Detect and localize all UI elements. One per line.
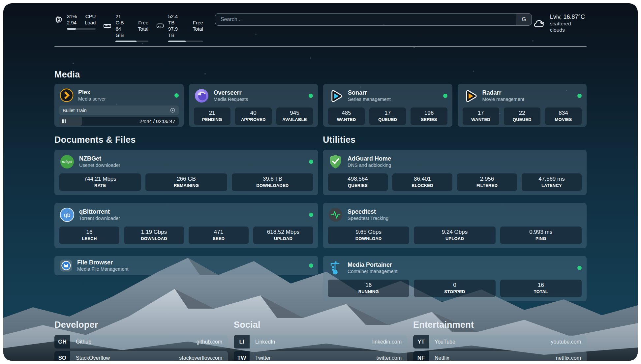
weather-condition: scattered clouds (550, 20, 587, 33)
stat-tile: 9.24 GbpsUPLOAD (414, 227, 495, 244)
app-description: Speedtest Tracking (348, 215, 388, 222)
status-dot (309, 213, 313, 217)
cpu-progress-bar (67, 28, 96, 30)
app-description: Container management (348, 268, 398, 275)
memory-label-2: Total (138, 26, 148, 32)
bookmarks-social: Social LI LinkedIn linkedin.com TW Twitt… (234, 320, 407, 361)
stat-tile: 47.569 msLATENCY (522, 173, 582, 191)
bookmark-stackoverflow[interactable]: SO StackOverflow stackoverflow.com (54, 351, 228, 361)
app-card-radarr[interactable]: Radarr Movie management 17WANTED 22QUEUE… (458, 84, 587, 127)
stat-tile: 2,956FILTERED (457, 173, 517, 191)
section-title-documents: Documents & Files (54, 135, 318, 145)
stat-tile: 16LEECH (59, 227, 119, 244)
adguard-icon (328, 154, 343, 169)
now-playing-indicator-icon[interactable] (170, 107, 175, 113)
app-card-speedtest[interactable]: Speedtest Speedtest Tracking 9.65 GbpsDO… (323, 203, 587, 248)
app-name: Sonarr (348, 89, 391, 96)
app-card-adguard[interactable]: AdGuard Home DNS and adblocking 498,564Q… (323, 150, 587, 195)
app-name: Radarr (482, 89, 524, 96)
dashboard-window: 31% 2.94 CPU Load (3, 3, 638, 361)
app-card-overseerr[interactable]: Overseerr Media Requests 21PENDING 40APP… (189, 84, 318, 127)
media-card-grid: Plex Media server Bullet Train 24:44 / 0… (54, 84, 587, 127)
stat-tile: 16TOTAL (500, 280, 582, 297)
bookmark-url: twitter.com (377, 355, 402, 361)
stat-tile: 485WANTED (328, 107, 365, 125)
playback-progress-bar: 24:44 / 02:06:47 (59, 117, 179, 126)
app-card-nzbget[interactable]: nzbget NZBGet Usenet downloader 744.21 M… (54, 150, 318, 195)
app-card-qbittorrent[interactable]: qb qBittorrent Torrent downloader 16LEEC… (54, 203, 318, 248)
pause-icon[interactable] (62, 119, 66, 123)
stat-tile: 17WANTED (463, 107, 499, 125)
bookmark-name: StackOverflow (76, 355, 110, 361)
app-card-sonarr[interactable]: Sonarr Series management 485WANTED 17QUE… (323, 84, 452, 127)
disk-widget: 52.4 TB 97.9 TB Free Total (156, 13, 203, 42)
search-engine-button[interactable]: G (516, 14, 532, 25)
app-name: NZBGet (79, 155, 120, 162)
app-name: Overseerr (214, 89, 248, 96)
search-bar: G (215, 13, 532, 26)
bookmark-url: stackoverflow.com (179, 355, 222, 361)
disk-free-value: 52.4 TB (168, 13, 185, 26)
app-name: qBittorrent (79, 208, 120, 215)
bookmark-twitter[interactable]: TW Twitter twitter.com (234, 351, 407, 361)
bookmarks-entertainment: Entertainment YT YouTube youtube.com NF … (413, 320, 587, 361)
plex-icon (59, 88, 74, 103)
app-name: AdGuard Home (348, 155, 391, 162)
bookmark-name: YouTube (435, 339, 455, 345)
stat-tile: 471SEED (189, 227, 249, 244)
bookmark-url: netflix.com (556, 355, 581, 361)
disk-label-2: Total (193, 26, 203, 32)
top-bar: 31% 2.94 CPU Load (54, 13, 587, 42)
bookmark-abbr: GH (54, 335, 70, 349)
stat-tile: 0STOPPED (414, 280, 495, 297)
bookmark-linkedin[interactable]: LI LinkedIn linkedin.com (234, 335, 407, 349)
speedtest-icon (328, 207, 343, 223)
stat-tile: 21PENDING (194, 107, 230, 125)
status-dot (443, 94, 447, 98)
stat-tile: 834MOVIES (545, 107, 582, 125)
bookmark-netflix[interactable]: NF Netflix netflix.com (413, 351, 587, 361)
search-input[interactable] (215, 14, 516, 25)
stat-tile: 86,401BLOCKED (392, 173, 452, 191)
app-card-filebrowser[interactable]: File Browser Media File Management (54, 256, 318, 275)
stat-tile: 0.993 msPING (500, 227, 582, 244)
bookmark-name: Github (76, 339, 91, 345)
bookmark-youtube[interactable]: YT YouTube youtube.com (413, 335, 587, 349)
cpu-percent: 31% (67, 13, 77, 19)
app-card-portainer[interactable]: Media Portainer Container management 16R… (323, 256, 587, 301)
stat-tile: 196SERIES (411, 107, 447, 125)
memory-label-1: Free (138, 19, 148, 26)
status-dot (309, 263, 313, 268)
filebrowser-icon (59, 259, 73, 272)
now-playing-title: Bullet Train (63, 108, 87, 113)
bookmarks-grid: Developer GH Github github.com SO StackO… (54, 320, 587, 361)
stat-tile: 498,564QUERIES (328, 173, 388, 191)
memory-total-value: 64 GiB (115, 26, 130, 38)
stat-tile: 16RUNNING (328, 280, 409, 297)
app-name: Speedtest (348, 208, 388, 215)
svg-text:qb: qb (64, 212, 71, 218)
utilities-column: Utilities AdGuard Home DNS and adblockin… (323, 135, 587, 301)
cpu-label-1: CPU (85, 13, 96, 19)
bookmark-url: linkedin.com (372, 339, 402, 345)
cpu-icon (54, 15, 63, 24)
bookmark-github[interactable]: GH Github github.com (54, 335, 228, 349)
app-name: Plex (78, 89, 106, 96)
portainer-icon (328, 260, 343, 276)
qbittorrent-icon: qb (59, 207, 75, 223)
bookmark-url: github.com (197, 339, 222, 345)
app-card-plex[interactable]: Plex Media server Bullet Train 24:44 / 0… (54, 84, 184, 127)
memory-icon (103, 21, 112, 30)
section-title-media: Media (54, 70, 587, 80)
radarr-icon (463, 88, 478, 104)
stat-tile: 17QUEUED (369, 107, 406, 125)
overseerr-icon (194, 88, 209, 104)
weather-location-temp: Lviv, 16.87°C (550, 13, 587, 20)
bookmarks-developer: Developer GH Github github.com SO StackO… (54, 320, 228, 361)
stat-tile: 1.19 GbpsDOWNLOAD (124, 227, 184, 244)
disk-total-value: 97.9 TB (168, 26, 185, 38)
app-description: Usenet downloader (79, 162, 120, 168)
memory-progress-bar (115, 41, 148, 42)
disk-icon (156, 21, 165, 30)
snow-particles (3, 3, 5, 5)
